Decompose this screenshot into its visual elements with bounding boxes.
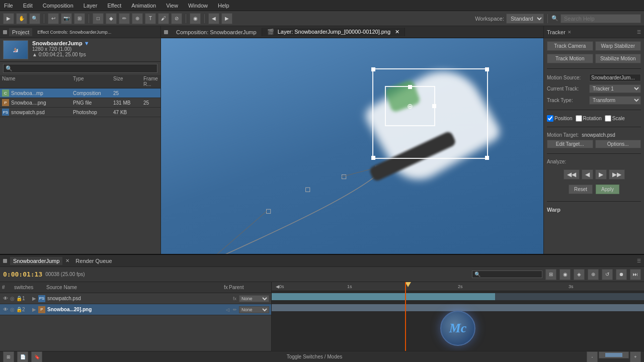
layer-tab-close[interactable]: ✕ [395, 29, 399, 35]
menu-composition[interactable]: Composition [41, 2, 75, 10]
layer-tab[interactable]: 🎬 Layer: SnowboarderJump_[00000-00120].p… [262, 28, 406, 36]
scale-check-label[interactable]: Scale [605, 115, 625, 122]
timeline-panel-menu[interactable]: ☰ [637, 258, 641, 263]
layer-2-parent[interactable]: None [239, 306, 269, 313]
layer-1-vis[interactable]: 👁 [2, 296, 9, 301]
table-row[interactable]: C Snowboa...mp Composition 25 [0, 88, 160, 98]
reset-btn[interactable]: Reset [569, 185, 593, 194]
track-duration-2[interactable] [272, 304, 644, 311]
tool-hand[interactable]: ✋ [16, 13, 27, 24]
tracker-handle-br[interactable] [485, 156, 489, 160]
tl-tool-btn-2[interactable]: ◉ [559, 269, 571, 280]
menu-help[interactable]: Help [216, 2, 231, 10]
tool-rect[interactable]: □ [93, 13, 104, 24]
footer-label[interactable]: Toggle Switches / Modes [45, 354, 584, 359]
position-check-label[interactable]: Position [547, 115, 573, 122]
menu-layer[interactable]: Layer [82, 2, 100, 10]
tool-preview[interactable]: ◀ [208, 13, 219, 24]
tool-eraser[interactable]: ⊘ [171, 13, 182, 24]
project-tab[interactable]: Project [9, 28, 32, 36]
track-type-select[interactable]: Transform [589, 96, 641, 105]
tl-zoom-in[interactable]: + [630, 351, 641, 363]
options-btn[interactable]: Options... [595, 140, 641, 148]
layer-2-vis[interactable]: 👁 [2, 307, 9, 312]
menu-effect[interactable]: Effect [105, 2, 123, 10]
project-search-input[interactable] [3, 64, 157, 73]
tl-tool-btn-3[interactable]: ◈ [574, 269, 585, 280]
track-motion-btn[interactable]: Track Motion [547, 54, 593, 63]
timeline-search-input[interactable] [472, 270, 542, 278]
tl-tool-btn-4[interactable]: ⊕ [588, 269, 599, 280]
timeline-render-tab[interactable]: Render Queue [72, 257, 115, 265]
layer-1-lock[interactable]: 🔒 [16, 296, 22, 301]
timeline-menu-icon[interactable] [3, 259, 7, 263]
tl-tool-btn-5[interactable]: ↺ [602, 269, 613, 280]
position-checkbox[interactable] [547, 115, 553, 122]
tl-footer-btn-2[interactable]: 📄 [17, 351, 28, 363]
warp-stabilizer-btn[interactable]: Warp Stabilizer [595, 41, 641, 51]
timeline-comp-close[interactable]: ✕ [65, 258, 69, 263]
stabilize-motion-btn[interactable]: Stabilize Motion [595, 54, 641, 63]
track-camera-btn[interactable]: Track Camera [547, 41, 593, 51]
tracker-handle-bl[interactable] [371, 156, 375, 160]
tab-menu-icon[interactable] [164, 30, 168, 34]
current-track-select[interactable]: Tracker 1 [589, 84, 641, 93]
tl-footer-btn-1[interactable]: ⊞ [3, 351, 14, 363]
tool-fill[interactable]: ◆ [106, 13, 117, 24]
tl-footer-btn-3[interactable]: 🔖 [31, 351, 42, 363]
tool-zoom[interactable]: 🔍 [29, 13, 40, 24]
rotation-checkbox[interactable] [576, 115, 582, 122]
scale-checkbox[interactable] [605, 115, 611, 122]
menu-animation[interactable]: Animation [129, 2, 158, 10]
rotation-check-label[interactable]: Rotation [576, 115, 602, 122]
tl-tool-btn-7[interactable]: ⏭ [630, 269, 641, 280]
layer-2-expand[interactable]: ▶ [32, 307, 38, 312]
layer-2-lock[interactable]: 🔒 [16, 307, 22, 312]
tool-select[interactable]: ▶ [3, 13, 14, 24]
tool-pen[interactable]: ✏ [119, 13, 130, 24]
tool-clone[interactable]: ⊕ [132, 13, 143, 24]
analyze-fwd-btn[interactable]: ▶ [595, 169, 607, 179]
tl-tool-btn-6[interactable]: ⏺ [616, 269, 627, 280]
apply-btn[interactable]: Apply [596, 185, 619, 194]
tracker-handle-r[interactable] [432, 104, 436, 108]
tool-camera[interactable]: 📷 [61, 13, 72, 24]
tool-snap[interactable]: ⊞ [74, 13, 85, 24]
tracker-handle-tr[interactable] [485, 67, 489, 71]
tool-brush[interactable]: 🖌 [158, 13, 169, 24]
layer-1-parent[interactable]: None [239, 295, 269, 302]
edit-target-btn[interactable]: Edit Target... [547, 140, 593, 148]
effect-controls-tab[interactable]: Effect Controls: SnowboarderJump... [34, 29, 114, 36]
layer-row-2[interactable]: 👁 ◎ 🔒 2 ▶ P Snowboa...20].png ◁ ✏ None [0, 304, 271, 315]
composition-tab[interactable]: Composition: SnowboarderJump [171, 28, 262, 36]
timeline-playhead[interactable] [405, 282, 406, 351]
layer-1-name[interactable]: snowpatch.psd [47, 296, 233, 301]
workspace-select[interactable]: Standard [506, 14, 544, 24]
search-input[interactable] [560, 14, 641, 23]
layer-2-name[interactable]: Snowboa...20].png [47, 307, 226, 312]
tool-preview2[interactable]: ▶ [221, 13, 232, 24]
tl-zoom-out[interactable]: - [587, 351, 598, 363]
timeline-comp-tab[interactable]: SnowboarderJump [10, 257, 62, 265]
track-duration-1[interactable] [272, 293, 495, 300]
layer-1-solo[interactable]: ◎ [10, 296, 16, 301]
tracker-close-icon[interactable]: ✕ [568, 30, 572, 35]
analyze-back-back-btn[interactable]: ◀◀ [564, 169, 580, 179]
table-row[interactable]: PS snowpatch.psd Photoshop 47 KB [0, 108, 160, 117]
menu-edit[interactable]: Edit [21, 2, 35, 10]
tool-text[interactable]: T [145, 13, 156, 24]
layer-1-effects[interactable]: fx [233, 296, 239, 301]
time-ruler[interactable]: ◀0s 1s 2s 3s [272, 282, 644, 291]
tl-tool-btn-1[interactable]: ⊞ [545, 269, 556, 280]
table-row[interactable]: P Snowboa....png PNG file 131 MB 25 [0, 98, 160, 108]
layer-2-pen[interactable]: ✏ [233, 307, 239, 312]
layer-1-expand[interactable]: ▶ [32, 296, 38, 301]
timeline-current-time[interactable]: 0:00:01:13 [3, 270, 42, 278]
menu-view[interactable]: View [164, 2, 180, 10]
layer-row-1[interactable]: 👁 ◎ 🔒 1 ▶ PS snowpatch.psd fx None [0, 293, 271, 304]
panel-menu-icon[interactable] [3, 30, 7, 34]
tl-zoom-slider[interactable] [599, 351, 629, 358]
tool-puppet[interactable]: ◉ [190, 13, 201, 24]
tracker-menu-icon[interactable]: ☰ [637, 30, 641, 35]
tracker-handle-t[interactable] [408, 85, 412, 89]
